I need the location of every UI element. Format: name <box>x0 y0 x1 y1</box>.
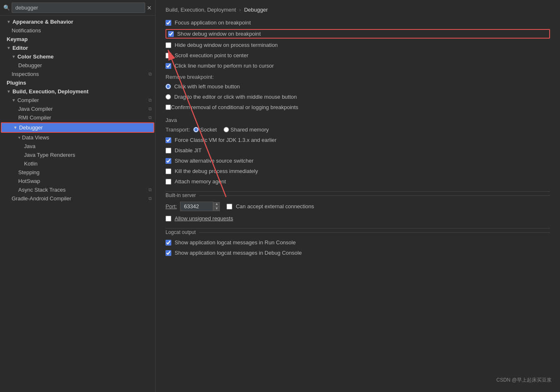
port-label: Port: <box>166 203 177 209</box>
sidebar-item-label: Debugger <box>19 124 43 131</box>
sidebar-item-label: Build, Execution, Deployment <box>12 88 88 95</box>
allow-unsigned-row: Allow unsigned requests <box>166 214 550 222</box>
socket-label: Socket <box>200 127 217 133</box>
drag-editor-label: Drag to the editor or click with middle … <box>174 94 297 100</box>
breadcrumb-separator: › <box>239 7 241 13</box>
sidebar-item-label: Async Stack Traces <box>18 187 66 193</box>
can-accept-checkbox[interactable] <box>226 204 232 209</box>
sidebar-item-keymap[interactable]: Keymap <box>0 35 155 44</box>
logcat-section: Logcat output Show application logcat me… <box>166 228 550 257</box>
builtin-server-section: Built-in server Port: ▲ ▼ Can accept ext… <box>166 191 550 222</box>
sidebar-item-label: RMI Compiler <box>18 114 51 121</box>
force-classic-vm-checkbox[interactable] <box>166 137 171 143</box>
sidebar-item-kotlin[interactable]: Kotlin <box>0 159 155 168</box>
socket-radio[interactable] <box>193 127 199 132</box>
sidebar-item-data-views[interactable]: ▾ Data Views <box>0 133 155 142</box>
sidebar-item-label: Data Views <box>22 134 49 141</box>
sidebar-item-gradle-android[interactable]: Gradle-Android Compiler ⧉ <box>0 194 155 203</box>
show-debug-window-checkbox[interactable] <box>168 31 174 37</box>
sidebar-item-debugger-main[interactable]: ▼ Debugger <box>2 123 153 132</box>
sidebar-item-label: Java Compiler <box>18 106 53 112</box>
hide-debug-window-label: Hide debug window on process termination <box>175 42 278 48</box>
remove-click-left-row: Click with left mouse button <box>166 83 550 90</box>
hide-debug-window-row: Hide debug window on process termination <box>166 41 550 49</box>
port-spinners: ▲ ▼ <box>213 202 220 211</box>
sidebar-item-label: Keymap <box>7 36 28 42</box>
sidebar-item-color-scheme[interactable]: ▼ Color Scheme <box>0 52 155 61</box>
attach-memory-row: Attach memory agent <box>166 178 550 185</box>
sidebar-item-label: Color Scheme <box>17 54 54 60</box>
disable-jit-checkbox[interactable] <box>166 148 171 153</box>
logcat-run-label: Show application logcat messages in Run … <box>175 239 296 246</box>
show-debug-window-row: Show debug window on breakpoint <box>166 29 550 39</box>
kill-debug-checkbox[interactable] <box>166 168 171 174</box>
drag-editor-radio[interactable] <box>166 94 171 100</box>
force-classic-vm-row: Force Classic VM for JDK 1.3.x and earli… <box>166 136 550 144</box>
confirm-removal-label: Confirm removal of conditional or loggin… <box>171 104 298 110</box>
sidebar-item-plugins[interactable]: Plugins <box>0 78 155 87</box>
port-spinner-down[interactable]: ▼ <box>213 207 220 211</box>
show-alt-source-checkbox[interactable] <box>166 158 171 164</box>
sidebar-item-label: Appearance & Behavior <box>12 19 73 25</box>
sidebar-item-java-compiler[interactable]: Java Compiler ⧉ <box>0 105 155 113</box>
remove-breakpoint-label: Remove breakpoint: <box>166 74 550 80</box>
disable-jit-label: Disable JIT <box>175 147 202 153</box>
sidebar-item-compiler[interactable]: ▼ Compiler ⧉ <box>0 96 155 105</box>
attach-memory-checkbox[interactable] <box>166 179 171 185</box>
sidebar-item-label: HotSwap <box>18 178 40 184</box>
arrow-icon: ▼ <box>7 19 11 24</box>
copy-icon: ⧉ <box>149 196 152 201</box>
sidebar-item-debugger-child[interactable]: Debugger <box>0 61 155 70</box>
sidebar-item-stepping[interactable]: Stepping <box>0 168 155 177</box>
force-classic-vm-label: Force Classic VM for JDK 1.3.x and earli… <box>175 137 277 143</box>
sidebar-item-label: Gradle-Android Compiler <box>12 195 71 202</box>
sidebar-item-notifications[interactable]: Notifications <box>0 26 155 35</box>
sidebar-item-inspections[interactable]: Inspections ⧉ <box>0 70 155 78</box>
focus-on-breakpoint-row: Focus application on breakpoint <box>166 19 550 27</box>
sidebar-item-build-exec-deploy[interactable]: ▼ Build, Execution, Deployment <box>0 87 155 96</box>
search-input[interactable] <box>12 2 145 13</box>
click-line-number-row: Click line number to perform run to curs… <box>166 62 550 70</box>
arrow-icon: ▼ <box>13 125 17 130</box>
copy-icon: ⧉ <box>149 187 152 192</box>
java-label: Java <box>166 117 550 123</box>
logcat-debug-label: Show application logcat messages in Debu… <box>175 250 302 256</box>
click-left-radio[interactable] <box>166 84 171 89</box>
click-line-number-label: Click line number to perform run to curs… <box>175 63 274 69</box>
scroll-execution-row: Scroll execution point to center <box>166 51 550 59</box>
search-clear-button[interactable]: ✕ <box>147 5 152 11</box>
sidebar-item-rmi-compiler[interactable]: RMI Compiler ⧉ <box>0 113 155 122</box>
port-input[interactable] <box>180 202 213 211</box>
sidebar-item-label: Java <box>24 143 35 149</box>
sidebar-item-label: Stepping <box>18 169 39 175</box>
sidebar-item-async-stack[interactable]: Async Stack Traces ⧉ <box>0 185 155 194</box>
shared-memory-radio[interactable] <box>224 127 229 132</box>
click-line-number-checkbox[interactable] <box>166 63 171 69</box>
socket-radio-group: Socket <box>193 127 217 133</box>
logcat-debug-checkbox[interactable] <box>166 250 171 256</box>
sidebar-tree: ▼ Appearance & Behavior Notifications Ke… <box>0 16 155 392</box>
sidebar-item-hotswap[interactable]: HotSwap <box>0 177 155 185</box>
shared-memory-radio-group: Shared memory <box>224 127 269 133</box>
sidebar-item-java-type-renderers[interactable]: Java Type Renderers <box>0 151 155 159</box>
show-debug-window-label: Show debug window on breakpoint <box>177 31 261 37</box>
sidebar-item-appearance[interactable]: ▼ Appearance & Behavior <box>0 17 155 26</box>
sidebar-item-label: Editor <box>12 45 28 51</box>
logcat-run-checkbox[interactable] <box>166 240 171 246</box>
show-alt-source-row: Show alternative source switcher <box>166 157 550 165</box>
copy-icon: ⧉ <box>149 71 152 77</box>
kill-debug-row: Kill the debug process immediately <box>166 167 550 175</box>
confirm-removal-row: Confirm removal of conditional or loggin… <box>166 103 550 111</box>
arrow-icon: ▼ <box>7 89 11 94</box>
sidebar-item-java-sub[interactable]: Java <box>0 142 155 151</box>
port-spinner-up[interactable]: ▲ <box>213 202 220 207</box>
focus-on-breakpoint-checkbox[interactable] <box>166 20 171 26</box>
allow-unsigned-checkbox[interactable] <box>166 216 171 222</box>
sidebar-item-editor[interactable]: ▼ Editor <box>0 44 155 52</box>
confirm-removal-checkbox[interactable] <box>166 105 171 110</box>
arrow-icon: ▼ <box>12 98 16 102</box>
arrow-icon: ▼ <box>7 46 11 50</box>
hide-debug-window-checkbox[interactable] <box>166 42 171 48</box>
scroll-execution-checkbox[interactable] <box>166 53 171 58</box>
remove-drag-editor-row: Drag to the editor or click with middle … <box>166 93 550 101</box>
